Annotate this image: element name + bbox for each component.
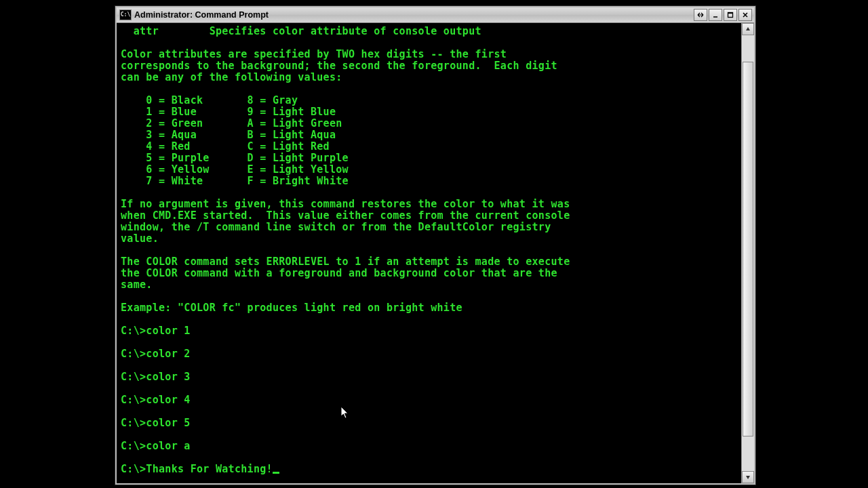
scrollbar-thumb[interactable]: [743, 62, 753, 436]
minimize-button[interactable]: [709, 9, 722, 21]
titlebar[interactable]: C:\ Administrator: Command Prompt: [117, 7, 754, 23]
resize-arrows-button[interactable]: [694, 9, 707, 21]
command-prompt-window: C:\ Administrator: Command Prompt attr S…: [115, 6, 755, 485]
close-button[interactable]: [738, 9, 752, 21]
scrollbar-track[interactable]: [742, 35, 754, 471]
text-caret: [273, 472, 279, 474]
scroll-up-button[interactable]: [742, 23, 754, 35]
vertical-scrollbar[interactable]: [741, 23, 754, 483]
scroll-down-button[interactable]: [742, 471, 754, 483]
svg-marker-4: [746, 476, 750, 479]
window-title: Administrator: Command Prompt: [134, 10, 269, 20]
terminal-output[interactable]: attr Specifies color attribute of consol…: [117, 23, 741, 483]
maximize-button[interactable]: [724, 9, 737, 21]
svg-marker-3: [746, 27, 750, 30]
client-area: attr Specifies color attribute of consol…: [117, 23, 754, 483]
console-icon: C:\: [119, 9, 132, 20]
